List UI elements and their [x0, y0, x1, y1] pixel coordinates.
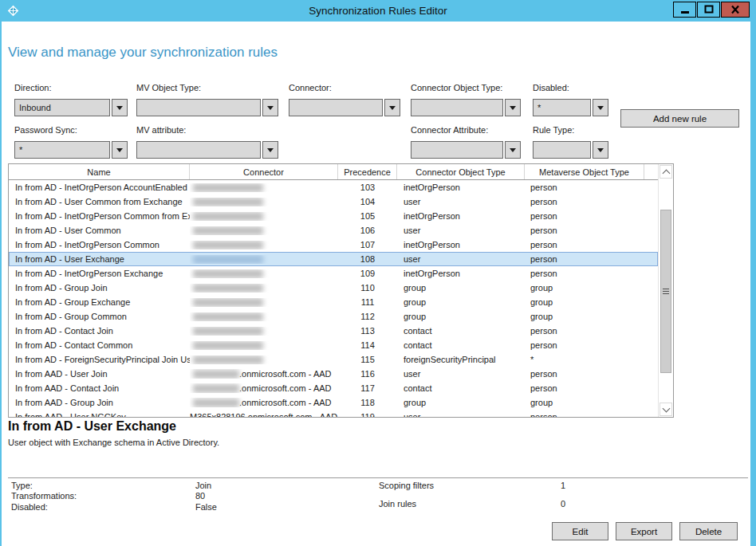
scroll-up-button[interactable] [660, 165, 672, 179]
chevron-down-icon[interactable] [262, 141, 278, 159]
connector-cell [190, 241, 338, 249]
chevron-down-icon[interactable] [505, 141, 521, 159]
connector-cell [190, 269, 338, 278]
chevron-down-icon [662, 404, 670, 412]
connector-cell: M365x828196.onmicrosoft.com - AAD [190, 412, 338, 417]
precedence-cell: 112 [338, 312, 397, 321]
precedence-cell: 116 [338, 369, 397, 379]
rule-name-cell: In from AD - InetOrgPerson Exchange [9, 269, 190, 278]
scrollbar-thumb[interactable] [660, 210, 671, 373]
connector-object-type-combobox[interactable] [411, 99, 521, 116]
table-row[interactable]: In from AAD - Contact Join.onmicrosoft.c… [9, 381, 658, 395]
maximize-button[interactable] [697, 2, 720, 18]
connector-cell [190, 327, 338, 336]
column-header-connector[interactable]: Connector [190, 164, 338, 179]
table-row[interactable]: In from AD - User Exchange108userperson [9, 252, 658, 266]
edit-button[interactable]: Edit [552, 522, 608, 540]
connector-object-type-cell: foreignSecurityPrincipal [397, 355, 525, 364]
direction-combobox[interactable]: Inbound [14, 99, 128, 116]
filter-connector: Connector: [289, 83, 400, 116]
scroll-down-button[interactable] [660, 403, 672, 416]
rule-name-cell: In from AAD - Group Join [9, 398, 190, 407]
table-row[interactable]: In from AAD - User NGCKeyM365x828196.onm… [9, 410, 658, 417]
type-label: Type: [11, 481, 195, 490]
table-row[interactable]: In from AD - Contact Join113contactperso… [9, 324, 658, 338]
connector-cell [190, 355, 338, 364]
table-row[interactable]: In from AAD - Group Join.onmicrosoft.com… [9, 395, 658, 410]
mv-object-type-label: MV Object Type: [136, 83, 278, 92]
delete-button[interactable]: Delete [679, 522, 738, 540]
connector-combobox[interactable] [289, 99, 400, 116]
connector-object-type-value [411, 99, 503, 116]
column-header-name[interactable]: Name [9, 164, 190, 179]
redacted-connector [193, 298, 263, 307]
table-row[interactable]: In from AAD - User Join.onmicrosoft.com … [9, 367, 658, 381]
add-new-rule-button[interactable]: Add new rule [620, 109, 739, 128]
connector-object-type-cell: user [397, 226, 525, 235]
password-sync-label: Password Sync: [14, 125, 128, 135]
precedence-cell: 110 [338, 283, 397, 293]
chevron-down-icon[interactable] [593, 99, 608, 116]
table-row[interactable]: In from AD - User Common from Exchange10… [9, 194, 658, 209]
vertical-scrollbar[interactable] [658, 164, 673, 417]
close-button[interactable] [721, 2, 750, 18]
table-row[interactable]: In from AD - InetOrgPerson Exchange109in… [9, 266, 658, 281]
table-row[interactable]: In from AD - Contact Common114contactper… [9, 338, 658, 352]
filter-mv-attribute: MV attribute: [136, 125, 278, 159]
connector-cell [190, 183, 338, 192]
divider [8, 477, 748, 478]
precedence-cell: 119 [338, 412, 397, 417]
metaverse-object-type-cell: group [525, 283, 644, 293]
disabled-value: * [533, 99, 591, 116]
column-header-connector-object-type[interactable]: Connector Object Type [397, 164, 525, 179]
precedence-cell: 115 [338, 355, 397, 364]
connector-object-type-cell: inetOrgPerson [397, 269, 525, 278]
disabled-prop-label: Disabled: [11, 502, 195, 512]
password-sync-combobox[interactable]: * [14, 141, 128, 159]
table-row[interactable]: In from AD - InetOrgPerson Common from E… [9, 209, 658, 223]
filter-connector-attribute: Connector Attribute: [411, 125, 521, 159]
direction-value: Inbound [14, 99, 110, 116]
chevron-down-icon[interactable] [112, 141, 128, 159]
titlebar: Synchronization Rules Editor [0, 0, 756, 22]
redacted-connector [193, 212, 263, 221]
table-row[interactable]: In from AD - InetOrgPerson AccountEnable… [9, 180, 658, 194]
metaverse-object-type-cell: * [525, 355, 644, 364]
rule-name-cell: In from AD - ForeignSecurityPrincipal Jo… [9, 355, 190, 364]
chevron-down-icon[interactable] [505, 99, 521, 116]
minimize-button[interactable] [673, 2, 696, 18]
redacted-connector [193, 341, 263, 350]
table-header: Name Connector Precedence Connector Obje… [9, 164, 658, 180]
export-button[interactable]: Export [616, 522, 672, 540]
disabled-combobox[interactable]: * [533, 99, 608, 116]
connector-object-type-cell: group [397, 297, 525, 307]
mv-object-type-combobox[interactable] [136, 99, 278, 116]
redacted-connector [193, 241, 263, 249]
table-row[interactable]: In from AD - Group Exchange111groupgroup [9, 295, 658, 309]
transformations-value: 80 [195, 491, 205, 501]
filter-rule-type: Rule Type: [533, 125, 608, 159]
rule-name-cell: In from AAD - User Join [9, 369, 190, 379]
column-header-metaverse-object-type[interactable]: Metaverse Object Type [525, 164, 644, 179]
chevron-down-icon[interactable] [262, 99, 278, 116]
chevron-down-icon[interactable] [384, 99, 400, 116]
connector-attribute-combobox[interactable] [411, 141, 521, 159]
mv-object-type-value [136, 99, 261, 116]
connector-cell [190, 198, 338, 206]
connector-cell: .onmicrosoft.com - AAD [190, 383, 338, 393]
mv-attribute-combobox[interactable] [136, 141, 278, 159]
chevron-down-icon[interactable] [593, 141, 608, 159]
redacted-connector [193, 255, 263, 264]
table-row[interactable]: In from AD - ForeignSecurityPrincipal Jo… [9, 352, 658, 367]
table-row[interactable]: In from AD - InetOrgPerson Common107inet… [9, 238, 658, 252]
rules-list: In from AD - InetOrgPerson AccountEnable… [9, 180, 658, 417]
column-header-precedence[interactable]: Precedence [338, 164, 397, 179]
table-row[interactable]: In from AD - Group Join110groupgroup [9, 281, 658, 295]
chevron-down-icon[interactable] [112, 99, 128, 116]
rule-type-combobox[interactable] [533, 141, 608, 159]
rule-name-cell: In from AAD - User NGCKey [9, 412, 190, 417]
table-row[interactable]: In from AD - User Common106userperson [9, 223, 658, 238]
minimize-icon [680, 5, 690, 14]
table-row[interactable]: In from AD - Group Common112groupgroup [9, 309, 658, 324]
metaverse-object-type-cell: group [525, 398, 644, 407]
